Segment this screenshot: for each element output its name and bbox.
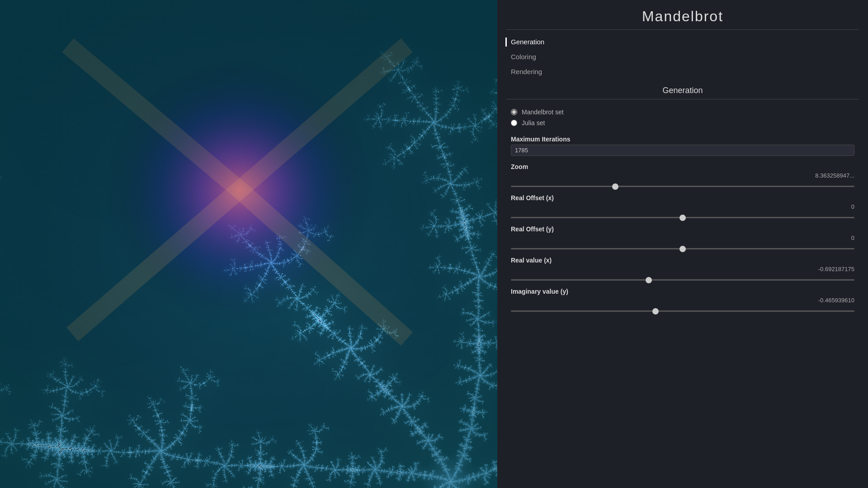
real-offset-x-label: Real Offset (x) (511, 194, 854, 202)
real-offset-y-label: Real Offset (y) (511, 225, 854, 233)
max-iterations-input[interactable] (511, 145, 854, 156)
max-iterations-label: Maximum Iterations (511, 136, 854, 143)
fractal-canvas[interactable] (0, 0, 497, 488)
real-offset-y-value: 0 (511, 235, 854, 241)
real-offset-x-slider-container (511, 212, 854, 220)
real-offset-x-value: 0 (511, 203, 854, 210)
radio-mandelbrot[interactable]: Mandelbrot set (511, 108, 854, 116)
imaginary-value-y-slider[interactable] (511, 310, 854, 312)
radio-mandelbrot-input[interactable] (511, 109, 517, 115)
real-value-x-slider[interactable] (511, 279, 854, 281)
real-offset-x-slider[interactable] (511, 217, 854, 218)
app-title: Mandelbrot (497, 0, 868, 29)
fractal-canvas-area[interactable] (0, 0, 497, 488)
radio-julia[interactable]: Julia set (511, 119, 854, 127)
section-divider (506, 99, 859, 99)
real-value-x-value: -0.692187175 (511, 266, 854, 272)
imaginary-value-y-label: Imaginary value (y) (511, 288, 854, 295)
real-value-x-label: Real value (x) (511, 257, 854, 264)
zoom-slider-container (511, 181, 854, 189)
real-value-x-slider-container (511, 274, 854, 282)
fractal-type-group: Mandelbrot set Julia set (511, 108, 854, 127)
imaginary-value-y-slider-container (511, 305, 854, 314)
radio-mandelbrot-label: Mandelbrot set (522, 108, 564, 116)
real-offset-y-slider-container (511, 243, 854, 251)
radio-julia-input[interactable] (511, 120, 517, 126)
section-title: Generation (497, 79, 868, 99)
panel-content: Mandelbrot set Julia set Maximum Iterati… (497, 104, 868, 488)
nav-item-rendering[interactable]: Rendering (497, 64, 868, 79)
nav-tabs: Generation Coloring Rendering (497, 30, 868, 79)
zoom-label: Zoom (511, 163, 854, 170)
imaginary-value-y-value: -0.465939610 (511, 297, 854, 304)
zoom-slider[interactable] (511, 186, 854, 187)
radio-julia-label: Julia set (522, 119, 545, 127)
nav-item-coloring[interactable]: Coloring (497, 49, 868, 64)
real-offset-y-slider[interactable] (511, 248, 854, 249)
zoom-value: 8.363258947... (511, 172, 854, 179)
sidebar: Mandelbrot Generation Coloring Rendering… (497, 0, 868, 488)
nav-item-generation[interactable]: Generation (497, 34, 868, 49)
